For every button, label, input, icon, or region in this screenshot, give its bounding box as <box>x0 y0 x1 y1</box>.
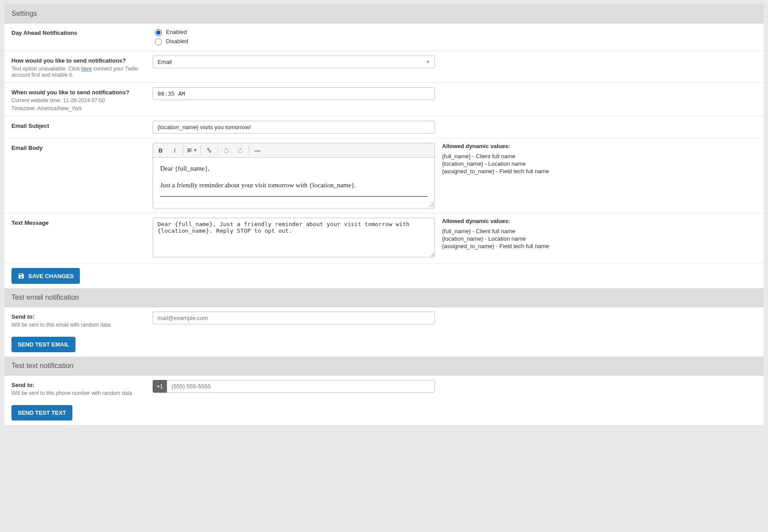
redo-icon[interactable] <box>234 144 247 156</box>
bold-icon[interactable]: B <box>154 144 167 156</box>
channel-help: Text option unavailable. Click here conn… <box>11 66 153 78</box>
dynamic-title-1: Allowed dynamic values: <box>442 143 572 149</box>
email-body-editor[interactable]: B I ▼ <box>153 143 435 208</box>
link-icon[interactable] <box>202 144 216 156</box>
when-label: When would you like to send notification… <box>11 89 129 96</box>
disabled-radio-row[interactable]: Disabled <box>153 37 435 45</box>
settings-header: Settings <box>4 4 764 23</box>
chevron-down-icon: ▼ <box>426 60 430 64</box>
save-icon <box>18 272 25 279</box>
when-time-input[interactable] <box>153 87 435 100</box>
when-timezone: Timezone: America/New_York <box>11 105 153 112</box>
send-test-text-button[interactable]: SEND TEST TEXT <box>11 405 72 420</box>
editor-resize-handle[interactable] <box>153 202 435 208</box>
day-ahead-label: Day Ahead Notifications <box>11 30 77 36</box>
phone-prefix: +1 <box>153 380 167 393</box>
subject-label: Email Subject <box>11 123 49 129</box>
test-email-help: Will be sent to this email with random d… <box>11 322 153 328</box>
dv-assigned-1: {assigned_to_name} - Field tech full nam… <box>442 168 572 175</box>
text-msg-label: Text Message <box>11 219 49 226</box>
enabled-radio-label: Enabled <box>166 29 187 35</box>
dynamic-title-2: Allowed dynamic values: <box>442 218 572 224</box>
save-changes-button[interactable]: SAVE CHANGES <box>11 268 80 284</box>
subject-input[interactable] <box>153 121 435 134</box>
test-text-input[interactable] <box>167 380 435 393</box>
dv-assigned-2: {assigned_to_name} - Field tech full nam… <box>442 243 572 249</box>
when-website-time: Current website time: 11-28-2024 07:50 <box>11 97 153 104</box>
dv-full-name-1: {full_name} - Client full name <box>442 153 572 160</box>
twilio-link[interactable]: here <box>81 66 92 72</box>
enabled-radio[interactable] <box>155 29 162 36</box>
send-test-email-button[interactable]: SEND TEST EMAIL <box>11 337 75 352</box>
channel-select-value: Email <box>157 59 172 65</box>
dv-location-1: {location_name} - Location name <box>442 160 572 167</box>
disabled-radio-label: Disabled <box>166 38 188 45</box>
editor-toolbar: B I ▼ <box>153 143 435 158</box>
body-label: Email Body <box>11 145 43 151</box>
disabled-radio[interactable] <box>155 38 162 45</box>
test-email-sendto-label: Send to: <box>11 313 34 320</box>
editor-content[interactable]: Dear {full_name}, Just a friendly remind… <box>153 158 435 202</box>
text-msg-textarea[interactable] <box>153 218 435 257</box>
channel-label: How would you like to send notifications… <box>11 57 126 64</box>
test-text-sendto-label: Send to: <box>11 382 34 388</box>
undo-icon[interactable] <box>220 144 233 156</box>
channel-select[interactable]: Email ▼ <box>153 56 435 68</box>
dv-full-name-2: {full_name} - Client full name <box>442 228 572 234</box>
test-email-input[interactable] <box>153 312 435 324</box>
enabled-radio-row[interactable]: Enabled <box>153 28 435 36</box>
italic-icon[interactable]: I <box>168 144 181 156</box>
test-text-help: Will be sent to this phone number with r… <box>11 390 153 396</box>
align-icon[interactable]: ▼ <box>185 144 199 156</box>
test-email-header: Test email notification <box>4 288 764 307</box>
hr-icon[interactable]: — <box>251 144 264 156</box>
test-text-header: Test text notification <box>4 357 764 376</box>
dv-location-2: {location_name} - Location name <box>442 235 572 242</box>
